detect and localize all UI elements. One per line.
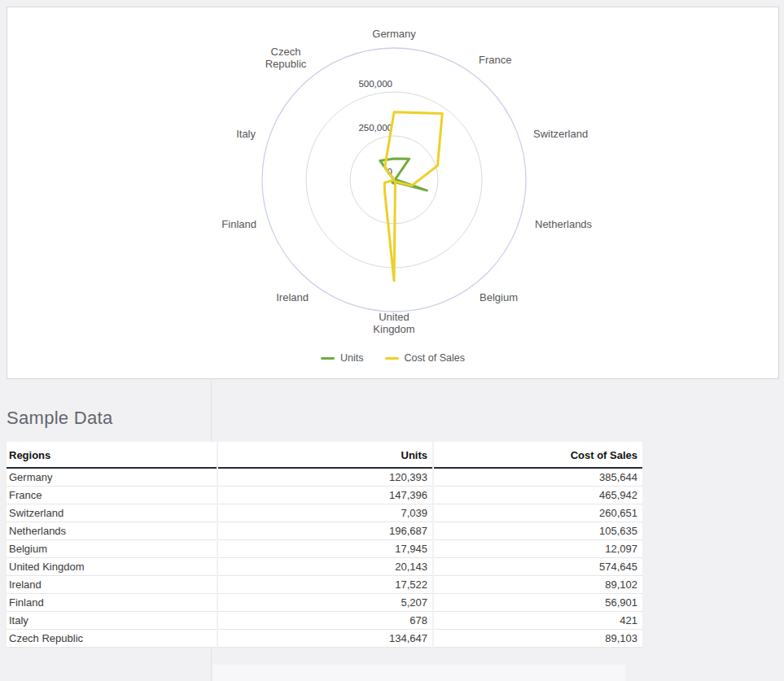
cell-units: 196,687 (218, 522, 432, 540)
cell-cost-of-sales: 105,635 (434, 522, 642, 540)
table-row: Italy678421 (7, 612, 642, 630)
cell-region: Ireland (7, 576, 217, 594)
category-label-united-kingdom: UnitedKingdom (373, 311, 414, 335)
cell-units: 147,396 (218, 487, 432, 504)
cell-cost-of-sales: 89,103 (434, 630, 642, 648)
radial-axis-label: 500,000 (358, 79, 392, 89)
cell-region: United Kingdom (7, 558, 217, 576)
cell-units: 134,647 (218, 630, 432, 648)
cell-units: 17,945 (218, 540, 432, 558)
legend-swatch-units (321, 357, 335, 360)
category-label-czech-republic: CzechRepublic (265, 46, 307, 70)
legend-swatch-cost-of-sales (385, 357, 399, 360)
category-label-france: France (479, 54, 511, 66)
cell-region: Netherlands (7, 522, 217, 540)
category-label-finland: Finland (221, 218, 256, 230)
cell-units: 678 (218, 612, 432, 630)
cell-units: 20,143 (218, 558, 432, 576)
table-row: Netherlands196,687105,635 (7, 522, 642, 540)
cell-units: 7,039 (218, 504, 432, 522)
sample-data-table: Regions Units Cost of Sales Germany120,3… (5, 442, 644, 648)
table-row: Switzerland7,039260,651 (7, 504, 642, 522)
table-row: France147,396465,942 (7, 487, 642, 504)
column-header-units: Units (218, 442, 432, 469)
cell-region: Czech Republic (7, 630, 217, 648)
cell-units: 17,522 (218, 576, 432, 594)
cell-region: Switzerland (7, 504, 217, 522)
cell-region: Belgium (7, 540, 217, 558)
legend-label-cost-of-sales: Cost of Sales (405, 352, 465, 364)
cell-units: 5,207 (218, 594, 432, 612)
radial-axis-label: 250,000 (358, 123, 392, 133)
cell-region: Italy (7, 612, 217, 630)
next-block-peek (212, 665, 625, 681)
radar-chart: 0250,000500,000GermanyFranceSwitzerlandN… (7, 7, 780, 344)
table-row: Belgium17,94512,097 (7, 540, 642, 558)
legend-item-cost-of-sales[interactable]: Cost of Sales (385, 352, 465, 364)
table-header-row: Regions Units Cost of Sales (7, 442, 642, 469)
category-label-ireland: Ireland (276, 291, 309, 303)
category-label-belgium: Belgium (480, 291, 518, 303)
sample-data-heading: Sample Data (7, 408, 112, 429)
chart-legend: Units Cost of Sales (7, 351, 778, 365)
cell-units: 120,393 (218, 469, 432, 487)
legend-item-units[interactable]: Units (321, 352, 363, 364)
table-row: United Kingdom20,143574,645 (7, 558, 642, 576)
cell-cost-of-sales: 465,942 (434, 487, 642, 504)
cell-cost-of-sales: 89,102 (434, 576, 642, 594)
cell-cost-of-sales: 56,901 (434, 594, 642, 612)
cell-region: France (7, 487, 217, 504)
series-line-cost-of-sales (384, 112, 442, 281)
cell-cost-of-sales: 421 (434, 612, 642, 630)
category-label-netherlands: Netherlands (535, 218, 593, 230)
table-row: Ireland17,52289,102 (7, 576, 642, 594)
cell-cost-of-sales: 574,645 (434, 558, 642, 576)
cell-region: Germany (7, 469, 217, 487)
cell-region: Finland (7, 594, 217, 612)
table-row: Czech Republic134,64789,103 (7, 630, 642, 648)
cell-cost-of-sales: 12,097 (434, 540, 642, 558)
cell-cost-of-sales: 260,651 (434, 504, 642, 522)
column-header-regions: Regions (7, 442, 217, 469)
cell-cost-of-sales: 385,644 (434, 469, 642, 487)
column-header-cost-of-sales: Cost of Sales (434, 442, 642, 469)
category-label-italy: Italy (236, 128, 256, 140)
category-label-germany: Germany (372, 28, 416, 40)
table-row: Finland5,20756,901 (7, 594, 642, 612)
legend-label-units: Units (340, 352, 363, 364)
radar-chart-panel: 0250,000500,000GermanyFranceSwitzerlandN… (7, 7, 779, 379)
category-label-switzerland: Switzerland (533, 128, 588, 140)
table-row: Germany120,393385,644 (7, 469, 642, 487)
